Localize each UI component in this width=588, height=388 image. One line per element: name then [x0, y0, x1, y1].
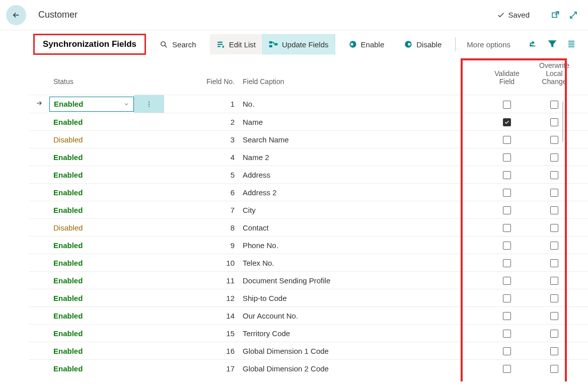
table-row[interactable]: Enabled15Territory Code	[29, 325, 588, 342]
overwrite-local-checkbox[interactable]	[550, 259, 558, 267]
status-value[interactable]: Enabled	[53, 276, 83, 285]
filter-icon	[548, 39, 557, 48]
validate-field-checkbox[interactable]	[503, 153, 511, 162]
table-row[interactable]: Enabled6Address 2	[29, 184, 588, 201]
validate-field-checkbox[interactable]	[503, 118, 511, 126]
table-row[interactable]: Disabled8Contact	[29, 219, 588, 237]
table-row[interactable]: Enabled5Address	[29, 166, 588, 184]
status-value[interactable]: Enabled	[53, 206, 83, 214]
status-value[interactable]: Enabled	[53, 188, 83, 197]
table-row[interactable]: Enabled11Document Sending Profile	[29, 272, 588, 289]
field-no-value: 1	[164, 95, 239, 113]
field-no-value: 16	[164, 342, 239, 360]
col-overwrite-local[interactable]: Overwrite Local Change	[532, 58, 588, 95]
popout-button[interactable]	[551, 11, 560, 20]
svg-point-18	[149, 106, 150, 107]
status-value[interactable]: Enabled	[53, 312, 83, 320]
validate-field-checkbox[interactable]	[503, 259, 511, 267]
validate-field-checkbox[interactable]	[503, 242, 511, 250]
table-row[interactable]: Enabled16Global Dimension 1 Code	[29, 342, 588, 360]
list-settings-button[interactable]	[567, 39, 576, 50]
validate-field-checkbox[interactable]	[503, 312, 511, 320]
svg-rect-4	[217, 46, 220, 47]
status-value[interactable]: Disabled	[53, 135, 83, 144]
overwrite-local-checkbox[interactable]	[550, 136, 558, 144]
validate-field-checkbox[interactable]	[503, 294, 511, 302]
validate-field-checkbox[interactable]	[503, 206, 511, 214]
status-value[interactable]: Enabled	[53, 364, 83, 373]
overwrite-local-checkbox[interactable]	[550, 206, 558, 214]
table-row[interactable]: Enabled14Our Account No.	[29, 307, 588, 325]
table-row[interactable]: Enabled9Phone No.	[29, 237, 588, 254]
table-row[interactable]: Enabled4Name 2	[29, 148, 588, 166]
disable-label: Disable	[416, 40, 442, 49]
col-field-caption[interactable]: Field Caption	[239, 58, 482, 95]
field-no-value: 9	[164, 237, 239, 254]
overwrite-local-checkbox[interactable]	[550, 101, 558, 109]
validate-field-checkbox[interactable]	[503, 347, 511, 355]
status-value[interactable]: Enabled	[53, 259, 83, 267]
overwrite-local-checkbox[interactable]	[550, 365, 558, 373]
table-row[interactable]: Enabled10Telex No.	[29, 254, 588, 272]
scrollbar-track[interactable]	[562, 102, 563, 142]
validate-field-checkbox[interactable]	[503, 330, 511, 338]
validate-field-checkbox[interactable]	[503, 224, 511, 232]
overwrite-local-checkbox[interactable]	[550, 347, 558, 355]
field-no-value: 4	[164, 148, 239, 166]
table-row[interactable]: Enabled12Ship-to Code	[29, 289, 588, 307]
share-button[interactable]	[529, 39, 538, 50]
status-value[interactable]: Enabled	[53, 118, 83, 126]
field-caption-value: Telex No.	[239, 254, 482, 272]
status-value[interactable]: Enabled	[53, 294, 83, 302]
update-fields-button[interactable]: Update Fields	[262, 34, 335, 54]
overwrite-local-checkbox[interactable]	[550, 330, 558, 338]
col-status[interactable]: Status	[49, 58, 134, 95]
overwrite-local-checkbox[interactable]	[550, 294, 558, 302]
overwrite-local-checkbox[interactable]	[550, 118, 558, 126]
status-value[interactable]: Enabled	[53, 347, 83, 355]
validate-field-checkbox[interactable]	[503, 136, 511, 144]
update-fields-icon	[269, 41, 278, 48]
overwrite-local-checkbox[interactable]	[550, 242, 558, 250]
validate-field-checkbox[interactable]	[503, 171, 511, 179]
status-value[interactable]: Enabled	[53, 241, 83, 250]
overwrite-local-checkbox[interactable]	[550, 224, 558, 232]
overwrite-local-checkbox[interactable]	[550, 312, 558, 320]
svg-point-1	[161, 41, 166, 46]
status-dropdown[interactable]: Enabled	[49, 97, 134, 112]
filter-button[interactable]	[548, 39, 557, 50]
overwrite-local-checkbox[interactable]	[550, 153, 558, 162]
validate-field-checkbox[interactable]	[503, 277, 511, 285]
table-row[interactable]: Disabled3Search Name	[29, 131, 588, 148]
arrow-left-icon	[12, 11, 21, 20]
field-no-value: 6	[164, 184, 239, 201]
table-row[interactable]: Enabled17Global Dimension 2 Code	[29, 360, 588, 377]
table-row[interactable]: Enabled1No.	[29, 95, 588, 113]
field-no-value: 5	[164, 166, 239, 184]
fields-table: Status Field No. Field Caption Validate …	[29, 58, 588, 377]
status-value[interactable]: Enabled	[53, 171, 83, 179]
search-button[interactable]: Search	[153, 34, 203, 54]
more-options-button[interactable]: More options	[463, 40, 514, 49]
overwrite-local-checkbox[interactable]	[550, 277, 558, 285]
col-field-no[interactable]: Field No.	[164, 58, 239, 95]
status-value[interactable]: Enabled	[53, 329, 83, 338]
field-caption-value: City	[239, 201, 482, 219]
table-row[interactable]: Enabled7City	[29, 201, 588, 219]
validate-field-checkbox[interactable]	[503, 101, 511, 109]
status-value[interactable]: Enabled	[53, 153, 83, 162]
status-value[interactable]: Disabled	[53, 223, 83, 232]
table-row[interactable]: Enabled2Name	[29, 113, 588, 131]
field-caption-value: Search Name	[239, 131, 482, 148]
row-actions-button[interactable]	[134, 95, 164, 113]
enable-button[interactable]: Enable	[342, 34, 391, 54]
validate-field-checkbox[interactable]	[503, 365, 511, 373]
validate-field-checkbox[interactable]	[503, 189, 511, 197]
edit-list-button[interactable]: Edit List	[210, 34, 262, 54]
col-validate-field[interactable]: Validate Field	[482, 58, 532, 95]
overwrite-local-checkbox[interactable]	[550, 189, 558, 197]
back-button[interactable]	[6, 5, 26, 25]
disable-button[interactable]: Disable	[398, 34, 448, 54]
overwrite-local-checkbox[interactable]	[550, 171, 558, 179]
expand-button[interactable]	[569, 11, 578, 20]
